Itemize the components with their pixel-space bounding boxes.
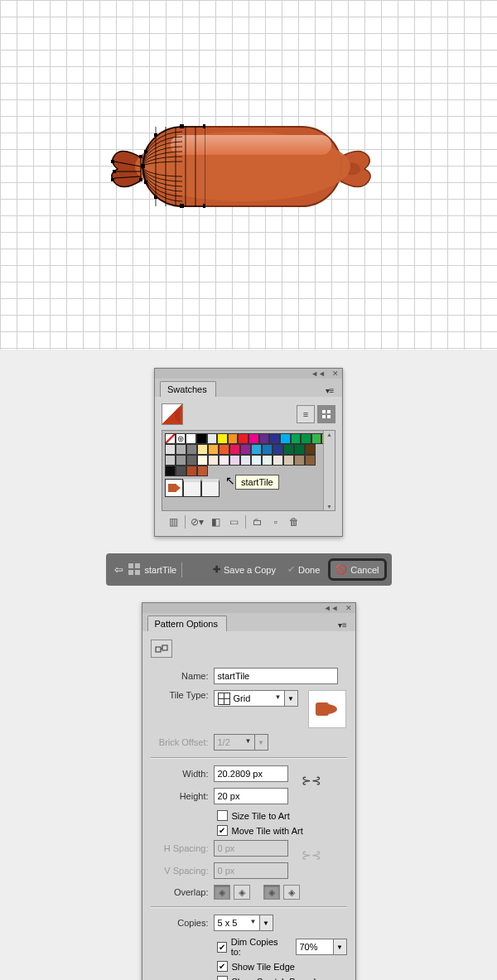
swatch-color[interactable] bbox=[186, 433, 196, 444]
swatch-color[interactable] bbox=[248, 433, 259, 444]
swatch-color[interactable] bbox=[291, 433, 302, 444]
swatch-color[interactable] bbox=[262, 444, 273, 455]
swatch-color[interactable] bbox=[251, 455, 262, 466]
swatch-color[interactable] bbox=[280, 433, 291, 444]
dim-copies-input[interactable] bbox=[296, 939, 334, 955]
swatch-color[interactable] bbox=[238, 433, 248, 444]
swatch-color[interactable] bbox=[217, 433, 228, 444]
collapse-icon[interactable]: ◄◄ bbox=[311, 369, 326, 378]
pattern-tile-tool-button[interactable] bbox=[151, 640, 172, 658]
swatch-color[interactable] bbox=[294, 455, 305, 466]
close-icon[interactable]: ✕ bbox=[345, 604, 352, 612]
swatch-color[interactable] bbox=[294, 444, 305, 455]
canvas-artboard[interactable] bbox=[0, 0, 497, 350]
overlap-right-front-button[interactable]: ◈ bbox=[234, 885, 250, 900]
swatch-color[interactable] bbox=[273, 444, 283, 455]
new-color-group-icon[interactable]: ▭ bbox=[225, 514, 242, 529]
swatch-color[interactable] bbox=[229, 444, 240, 455]
swatch-options-icon[interactable]: ◧ bbox=[207, 514, 224, 529]
swatch-color[interactable] bbox=[283, 455, 294, 466]
swatch-color[interactable] bbox=[197, 455, 208, 466]
swatch-color[interactable] bbox=[207, 433, 218, 444]
swatch-color[interactable] bbox=[301, 433, 311, 444]
swatch-color[interactable] bbox=[165, 466, 176, 476]
copies-label: Copies: bbox=[151, 918, 214, 928]
dropdown-arrow[interactable]: ▼ bbox=[334, 939, 347, 955]
swatch-grid[interactable]: ↖ startTile bbox=[162, 430, 335, 511]
swatch-color[interactable] bbox=[219, 455, 229, 466]
swatch-color[interactable] bbox=[176, 444, 186, 455]
flyout-menu-icon[interactable]: ▾≡ bbox=[322, 384, 337, 397]
dropdown-arrow[interactable]: ▼ bbox=[260, 915, 273, 931]
swatch-color[interactable] bbox=[251, 444, 262, 455]
swatch-color[interactable] bbox=[269, 433, 280, 444]
swatch-color[interactable] bbox=[283, 444, 294, 455]
swatch-color[interactable] bbox=[259, 433, 270, 444]
save-copy-button[interactable]: ✚ Save a Copy bbox=[210, 562, 279, 577]
swatch-color[interactable] bbox=[228, 433, 239, 444]
overlap-top-front-button[interactable]: ◈ bbox=[263, 885, 280, 900]
swatch-color[interactable] bbox=[176, 466, 186, 476]
scrollbar[interactable] bbox=[323, 431, 335, 510]
swatch-color[interactable] bbox=[305, 455, 316, 466]
tab-pattern-options[interactable]: Pattern Options bbox=[147, 616, 227, 631]
swatch-color[interactable] bbox=[165, 455, 176, 466]
swatch-color[interactable] bbox=[186, 466, 197, 476]
sausage-artwork[interactable] bbox=[106, 112, 388, 220]
close-icon[interactable]: ✕ bbox=[332, 369, 339, 378]
swatch-gradient[interactable] bbox=[183, 479, 201, 497]
swatch-color[interactable] bbox=[240, 444, 251, 455]
swatch-color[interactable] bbox=[197, 466, 208, 476]
flyout-menu-icon[interactable]: ▾≡ bbox=[335, 618, 350, 631]
show-kinds-icon[interactable]: ⊘▾ bbox=[189, 514, 205, 529]
swatch-color[interactable] bbox=[186, 444, 197, 455]
done-button[interactable]: ✔ Done bbox=[284, 562, 323, 577]
cancel-button[interactable]: 🚫 Cancel bbox=[328, 558, 386, 581]
list-view-button[interactable]: ≡ bbox=[297, 405, 315, 423]
swatch-color[interactable] bbox=[311, 433, 322, 444]
swatch-color[interactable] bbox=[176, 455, 186, 466]
overlap-left-front-button[interactable]: ◈ bbox=[214, 885, 230, 900]
swatch-none[interactable] bbox=[165, 433, 176, 444]
collapse-icon[interactable]: ◄◄ bbox=[324, 604, 339, 612]
size-tile-to-art-checkbox[interactable] bbox=[217, 810, 228, 821]
grid-view-button[interactable] bbox=[317, 405, 335, 423]
show-swatch-bounds-checkbox[interactable] bbox=[217, 976, 228, 980]
swatch-registration[interactable] bbox=[176, 433, 186, 444]
swatch-color[interactable] bbox=[208, 455, 219, 466]
swatch-gradient[interactable] bbox=[201, 479, 220, 497]
back-icon[interactable]: ⇦ bbox=[114, 563, 123, 576]
swatch-color[interactable] bbox=[262, 455, 273, 466]
move-tile-with-art-checkbox[interactable]: ✔ bbox=[217, 825, 228, 836]
svg-rect-25 bbox=[113, 170, 116, 173]
new-folder-icon[interactable]: 🗀 bbox=[249, 514, 266, 529]
link-dimensions-icon[interactable]: ⊱⊰ bbox=[302, 774, 321, 787]
width-input[interactable] bbox=[214, 765, 288, 782]
swatch-color[interactable] bbox=[219, 444, 229, 455]
swatch-color[interactable] bbox=[229, 455, 240, 466]
swatch-color[interactable] bbox=[165, 444, 176, 455]
name-input[interactable] bbox=[214, 668, 338, 684]
tab-swatches[interactable]: Swatches bbox=[160, 381, 216, 397]
swatch-color[interactable] bbox=[186, 455, 197, 466]
show-tile-edge-checkbox[interactable]: ✔ bbox=[217, 961, 228, 972]
swatch-color[interactable] bbox=[196, 433, 207, 444]
overlap-bottom-front-button[interactable]: ◈ bbox=[283, 885, 300, 900]
swatch-pattern[interactable] bbox=[165, 479, 183, 497]
size-tile-to-art-label: Size Tile to Art bbox=[232, 811, 290, 821]
height-input[interactable] bbox=[214, 788, 288, 804]
delete-swatch-icon[interactable]: 🗑 bbox=[286, 514, 302, 529]
swatch-color[interactable] bbox=[197, 444, 208, 455]
swatch-color[interactable] bbox=[305, 444, 316, 455]
copies-dropdown[interactable]: 5 x 5 bbox=[214, 915, 260, 931]
svg-rect-40 bbox=[316, 702, 329, 716]
swatch-color[interactable] bbox=[208, 444, 219, 455]
tile-type-dropdown[interactable]: Grid bbox=[214, 690, 285, 707]
swatch-color[interactable] bbox=[240, 455, 251, 466]
svg-rect-27 bbox=[139, 155, 142, 158]
swatch-libraries-icon[interactable]: ▥ bbox=[165, 514, 181, 529]
dim-copies-checkbox[interactable]: ✔ bbox=[217, 942, 227, 953]
new-swatch-icon[interactable]: ▫ bbox=[268, 514, 284, 529]
swatch-color[interactable] bbox=[273, 455, 283, 466]
dropdown-arrow[interactable]: ▼ bbox=[285, 690, 298, 707]
